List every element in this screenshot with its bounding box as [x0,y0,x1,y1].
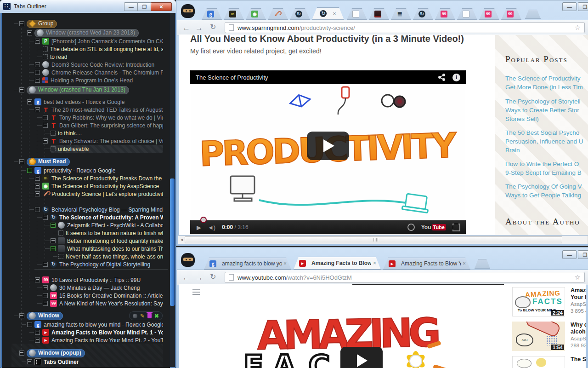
expander-icon[interactable] [35,330,40,335]
progress-handle[interactable] [201,218,206,222]
browser-tab-sparring[interactable]: ↻ [290,8,310,20]
expander-icon[interactable] [27,359,32,364]
tree-row[interactable]: Tabs Outliner [27,358,163,366]
tree-row[interactable]: Zeigarnik Effect - PsychWiki - A Collabo… [51,221,163,229]
expander-icon[interactable] [43,123,48,128]
edit-icon[interactable]: ✎ [140,313,145,319]
reload-button[interactable]: ↻ [210,23,216,31]
tree-row[interactable]: Window✎✖ [19,312,163,320]
share-icon[interactable] [438,74,446,81]
expander-icon[interactable] [58,254,63,259]
browser-tab-doc[interactable] [457,8,477,20]
popular-post-link[interactable]: The Psychology Of Going VWays to Get Peo… [505,182,588,200]
play-button-overlay[interactable] [307,132,349,160]
tree-row[interactable]: 9915 Books for Creative Domination :: Ar… [43,292,163,299]
tree-row[interactable]: ↻Behavioral Psychology Blog — Sparring M… [35,206,163,213]
tree-row[interactable]: The debate on STL is still ongoing here … [43,45,163,53]
expander-icon[interactable] [35,191,40,196]
close-window-icon[interactable]: ✖ [154,313,159,319]
tree-row[interactable]: Holding a Program in One's Head [35,76,163,84]
expander-icon[interactable] [51,238,56,243]
progress-bar[interactable] [190,220,466,221]
tab-close-icon[interactable]: × [333,11,336,17]
suggested-video-info[interactable]: Why doalcohoAsapSCI288 930 [571,322,586,349]
expander-icon[interactable] [35,338,40,343]
tree-row[interactable]: Productivity Science | Let's explore pro… [35,190,163,198]
tree-row[interactable]: ▶Amazing Facts to Blow Your Mind Pt. 2 -… [35,336,163,344]
tree-row[interactable]: to think.... [51,129,163,137]
expander-icon[interactable] [35,277,40,282]
suggested-video-thumbnail[interactable]: ADH1:54 [512,322,565,351]
info-icon[interactable]: i [452,74,460,81]
tree-row[interactable]: ↻The Psychology of Digital Storytelling [43,260,163,268]
tab-close-icon[interactable]: × [463,261,466,266]
tree-row[interactable]: It seems to be human nature to finish wh… [58,229,163,237]
maximize-button[interactable]: ❐ [578,250,588,259]
expander-icon[interactable] [19,21,24,26]
volume-icon[interactable]: ◄) [208,224,215,231]
tree-row[interactable]: Chrome Release Channels - The Chromium P… [35,69,163,76]
browser-tab-code[interactable] [369,8,389,20]
tree-row[interactable]: Window (popup) [19,349,163,357]
tree-row[interactable]: lhThe Science of Productivity Breaks Dow… [35,174,163,182]
minimize-button[interactable]: — [124,2,138,11]
popular-post-link[interactable]: The Psychology of StorytellWays to Creat… [505,97,588,123]
scrollbar-thumb[interactable] [185,236,562,243]
expander-icon[interactable] [43,138,48,144]
browser-tab[interactable]: gamazing facts to blow you× [204,258,291,270]
url-bar[interactable]: www.youtube.com/watch?v=6Ni5HOdGtzM ☆ [225,272,585,283]
browser-tab-wrench[interactable] [268,8,288,20]
new-tab-button[interactable] [525,10,541,19]
browser-tab-doc[interactable] [347,8,367,20]
expander-icon[interactable] [27,30,32,35]
browser-tab-lh[interactable]: lh [224,8,244,20]
outliner-scrollbar[interactable] [169,13,175,367]
popular-post-link[interactable]: The Science of ProductivityGet More Done… [505,74,588,92]
tree-row[interactable]: gamazing facts to blow you mind - Поиск … [27,321,163,328]
expander-icon[interactable] [27,168,32,173]
expander-icon[interactable] [43,54,48,59]
expander-icon[interactable] [51,223,56,228]
tree-row[interactable]: P[Phoronix] John Carmack's Comments On C… [35,37,163,45]
expander-icon[interactable] [43,301,48,306]
expander-icon[interactable] [19,313,24,318]
new-tab-button[interactable] [475,259,490,269]
tree-row[interactable]: TTony Robbins: Why we do what we do | Vi… [43,114,163,121]
suggested-video-thumbnail[interactable]: AMAZINGFACTSTo BLOW YOUR MIND2:24 [512,287,565,316]
expander-icon[interactable] [51,146,56,151]
maximize-button[interactable]: ❐ [578,2,588,11]
expander-icon[interactable] [51,246,56,251]
tree-row[interactable]: ▶Amazing Facts to Blow Your Mind Pt. 1 -… [35,328,163,336]
tree-row[interactable]: gbest ted videos - Поиск в Google [27,98,163,106]
play-button-overlay[interactable] [340,347,383,368]
profile-avatar-ninja-icon[interactable] [181,253,196,269]
expander-icon[interactable] [35,207,40,212]
scroll-left-arrow[interactable]: ◄ [180,237,184,242]
browser-tab-asap[interactable]: ◉ [246,8,266,20]
expander-icon[interactable] [35,184,40,189]
minimize-button[interactable]: — [562,250,577,259]
expander-icon[interactable] [19,159,24,164]
tree-row[interactable]: Better monitoring of food quantity makes… [51,237,163,245]
expander-icon[interactable] [51,131,56,136]
expander-icon[interactable] [19,351,24,356]
reload-button[interactable]: ↻ [210,273,216,281]
suggested-video-info[interactable]: The Se [571,356,586,363]
expander-icon[interactable] [19,87,24,92]
tree-row[interactable]: Must Read [19,158,163,166]
back-button[interactable]: ← [182,24,190,32]
browser-tab-n99[interactable]: 99 [501,8,521,20]
watch-later-icon[interactable] [407,224,415,231]
expander-icon[interactable] [35,78,40,83]
maximize-button[interactable]: ❐ [137,2,152,11]
profile-avatar-ninja-icon[interactable] [181,4,196,20]
embedded-video-player[interactable]: The Science of Productivity i [190,70,466,234]
expander-icon[interactable] [35,39,40,44]
tree-row[interactable]: Never half-ass two things, whole-ass one… [58,253,163,260]
expander-icon[interactable] [35,107,40,112]
expander-icon[interactable] [58,230,63,236]
minimize-button[interactable]: — [562,2,577,11]
suggested-video-thumbnail[interactable] [512,356,565,368]
outliner-titlebar[interactable]: Tabs Outliner — ❐ ✕ [0,0,176,13]
expander-icon[interactable] [43,293,48,298]
